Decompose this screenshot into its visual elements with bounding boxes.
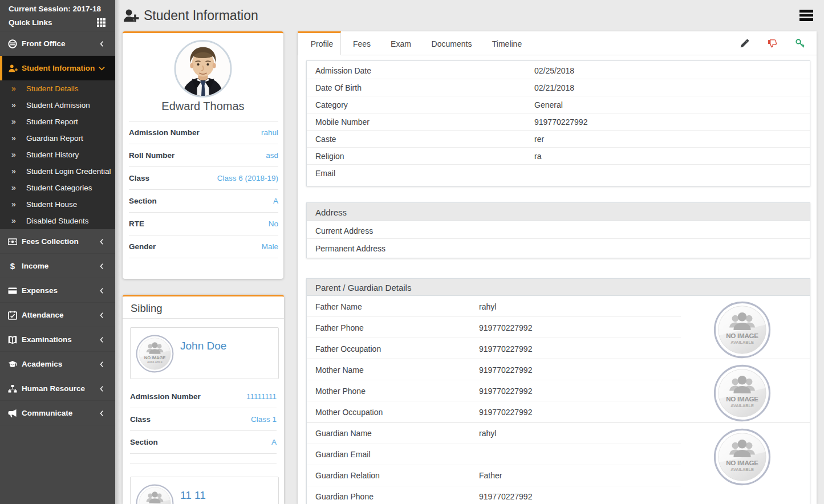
svg-text:$: $ — [10, 262, 15, 271]
svg-text:AVAILABLE: AVAILABLE — [730, 403, 754, 408]
svg-text:NO IMAGE: NO IMAGE — [726, 395, 758, 403]
svg-text:NO IMAGE: NO IMAGE — [144, 355, 166, 360]
svg-text:NO IMAGE: NO IMAGE — [726, 459, 758, 466]
svg-text:AVAILABLE: AVAILABLE — [730, 467, 754, 472]
svg-text:NO IMAGE: NO IMAGE — [726, 332, 758, 339]
svg-text:AVAILABLE: AVAILABLE — [147, 361, 163, 364]
svg-text:AVAILABLE: AVAILABLE — [730, 340, 754, 345]
